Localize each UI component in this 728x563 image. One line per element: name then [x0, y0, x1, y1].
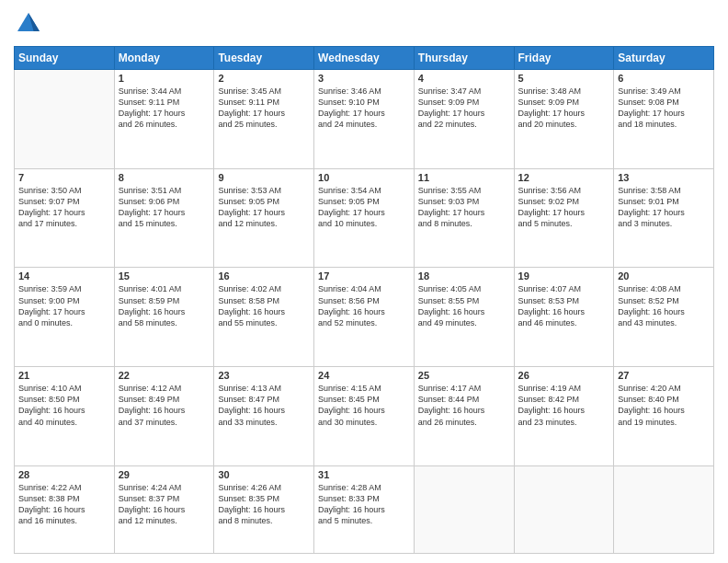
day-info: Sunrise: 4:08 AM Sunset: 8:52 PM Dayligh…	[618, 283, 710, 328]
calendar-cell: 21Sunrise: 4:10 AM Sunset: 8:50 PM Dayli…	[15, 367, 115, 466]
day-number: 15	[119, 270, 210, 282]
calendar-cell: 13Sunrise: 3:58 AM Sunset: 9:01 PM Dayli…	[614, 168, 714, 268]
day-number: 20	[618, 270, 710, 282]
day-number: 17	[318, 270, 410, 282]
day-number: 14	[18, 270, 110, 282]
day-info: Sunrise: 3:55 AM Sunset: 9:03 PM Dayligh…	[418, 185, 510, 230]
day-info: Sunrise: 3:48 AM Sunset: 9:09 PM Dayligh…	[518, 86, 610, 131]
day-info: Sunrise: 4:02 AM Sunset: 8:58 PM Dayligh…	[218, 283, 310, 328]
day-number: 6	[618, 73, 710, 84]
logo-icon	[14, 9, 43, 39]
day-info: Sunrise: 4:22 AM Sunset: 8:38 PM Dayligh…	[18, 482, 110, 527]
day-info: Sunrise: 4:10 AM Sunset: 8:50 PM Dayligh…	[18, 383, 110, 428]
day-info: Sunrise: 4:12 AM Sunset: 8:49 PM Dayligh…	[119, 383, 210, 428]
calendar-week-row: 28Sunrise: 4:22 AM Sunset: 8:38 PM Dayli…	[15, 465, 714, 553]
day-info: Sunrise: 3:56 AM Sunset: 9:02 PM Dayligh…	[518, 185, 610, 230]
day-info: Sunrise: 3:45 AM Sunset: 9:11 PM Dayligh…	[218, 86, 310, 131]
calendar-cell: 12Sunrise: 3:56 AM Sunset: 9:02 PM Dayli…	[514, 168, 614, 268]
calendar-cell: 23Sunrise: 4:13 AM Sunset: 8:47 PM Dayli…	[214, 367, 314, 466]
day-number: 27	[618, 370, 710, 381]
day-number: 29	[119, 469, 210, 480]
calendar-weekday: Friday	[514, 47, 614, 70]
calendar-weekday: Wednesday	[314, 47, 415, 70]
day-number: 12	[518, 172, 610, 183]
day-number: 16	[218, 270, 310, 282]
day-number: 28	[18, 469, 110, 480]
calendar-weekday: Saturday	[614, 47, 714, 70]
calendar-cell: 2Sunrise: 3:45 AM Sunset: 9:11 PM Daylig…	[214, 70, 314, 169]
calendar-cell: 25Sunrise: 4:17 AM Sunset: 8:44 PM Dayli…	[414, 367, 514, 466]
page: SundayMondayTuesdayWednesdayThursdayFrid…	[0, 0, 728, 563]
day-info: Sunrise: 3:58 AM Sunset: 9:01 PM Dayligh…	[618, 185, 710, 230]
day-number: 1	[119, 73, 210, 84]
calendar-cell: 30Sunrise: 4:26 AM Sunset: 8:35 PM Dayli…	[214, 465, 314, 553]
day-info: Sunrise: 4:13 AM Sunset: 8:47 PM Dayligh…	[218, 383, 310, 428]
day-number: 4	[418, 73, 510, 84]
calendar-cell: 1Sunrise: 3:44 AM Sunset: 9:11 PM Daylig…	[114, 70, 214, 169]
day-info: Sunrise: 3:59 AM Sunset: 9:00 PM Dayligh…	[18, 283, 110, 328]
day-number: 13	[618, 172, 710, 183]
calendar-cell: 27Sunrise: 4:20 AM Sunset: 8:40 PM Dayli…	[614, 367, 714, 466]
day-info: Sunrise: 4:01 AM Sunset: 8:59 PM Dayligh…	[119, 283, 210, 328]
day-info: Sunrise: 4:04 AM Sunset: 8:56 PM Dayligh…	[318, 283, 410, 328]
calendar-cell: 5Sunrise: 3:48 AM Sunset: 9:09 PM Daylig…	[514, 70, 614, 169]
day-info: Sunrise: 3:54 AM Sunset: 9:05 PM Dayligh…	[318, 185, 410, 230]
calendar-cell: 31Sunrise: 4:28 AM Sunset: 8:33 PM Dayli…	[314, 465, 415, 553]
day-number: 30	[218, 469, 310, 480]
calendar-cell	[614, 465, 714, 553]
calendar-cell	[15, 70, 115, 169]
calendar-cell: 3Sunrise: 3:46 AM Sunset: 9:10 PM Daylig…	[314, 70, 415, 169]
calendar-cell: 6Sunrise: 3:49 AM Sunset: 9:08 PM Daylig…	[614, 70, 714, 169]
day-number: 25	[418, 370, 510, 381]
day-info: Sunrise: 3:51 AM Sunset: 9:06 PM Dayligh…	[119, 185, 210, 230]
calendar-weekday: Tuesday	[214, 47, 314, 70]
day-number: 5	[518, 73, 610, 84]
day-number: 7	[18, 172, 110, 183]
day-info: Sunrise: 4:17 AM Sunset: 8:44 PM Dayligh…	[418, 383, 510, 428]
calendar-cell: 4Sunrise: 3:47 AM Sunset: 9:09 PM Daylig…	[414, 70, 514, 169]
calendar-week-row: 21Sunrise: 4:10 AM Sunset: 8:50 PM Dayli…	[15, 367, 714, 466]
day-info: Sunrise: 3:49 AM Sunset: 9:08 PM Dayligh…	[618, 86, 710, 131]
day-number: 10	[318, 172, 410, 183]
day-info: Sunrise: 3:53 AM Sunset: 9:05 PM Dayligh…	[218, 185, 310, 230]
calendar-weekday: Monday	[114, 47, 214, 70]
day-number: 31	[318, 469, 410, 480]
calendar-week-row: 1Sunrise: 3:44 AM Sunset: 9:11 PM Daylig…	[15, 70, 714, 169]
day-number: 24	[318, 370, 410, 381]
logo	[14, 9, 47, 39]
calendar-header-row: SundayMondayTuesdayWednesdayThursdayFrid…	[15, 47, 714, 70]
calendar-cell: 19Sunrise: 4:07 AM Sunset: 8:53 PM Dayli…	[514, 268, 614, 367]
calendar-cell: 10Sunrise: 3:54 AM Sunset: 9:05 PM Dayli…	[314, 168, 415, 268]
calendar-weekday: Thursday	[414, 47, 514, 70]
day-number: 26	[518, 370, 610, 381]
calendar-cell: 16Sunrise: 4:02 AM Sunset: 8:58 PM Dayli…	[214, 268, 314, 367]
header	[14, 9, 714, 39]
calendar-cell: 11Sunrise: 3:55 AM Sunset: 9:03 PM Dayli…	[414, 168, 514, 268]
day-info: Sunrise: 4:28 AM Sunset: 8:33 PM Dayligh…	[318, 482, 410, 527]
calendar: SundayMondayTuesdayWednesdayThursdayFrid…	[14, 46, 714, 554]
day-info: Sunrise: 4:24 AM Sunset: 8:37 PM Dayligh…	[119, 482, 210, 527]
calendar-cell: 24Sunrise: 4:15 AM Sunset: 8:45 PM Dayli…	[314, 367, 415, 466]
day-info: Sunrise: 4:19 AM Sunset: 8:42 PM Dayligh…	[518, 383, 610, 428]
day-number: 11	[418, 172, 510, 183]
calendar-cell: 8Sunrise: 3:51 AM Sunset: 9:06 PM Daylig…	[114, 168, 214, 268]
day-info: Sunrise: 3:44 AM Sunset: 9:11 PM Dayligh…	[119, 86, 210, 131]
day-number: 22	[119, 370, 210, 381]
day-number: 2	[218, 73, 310, 84]
day-info: Sunrise: 3:46 AM Sunset: 9:10 PM Dayligh…	[318, 86, 410, 131]
day-info: Sunrise: 3:47 AM Sunset: 9:09 PM Dayligh…	[418, 86, 510, 131]
day-info: Sunrise: 3:50 AM Sunset: 9:07 PM Dayligh…	[18, 185, 110, 230]
calendar-cell: 18Sunrise: 4:05 AM Sunset: 8:55 PM Dayli…	[414, 268, 514, 367]
day-info: Sunrise: 4:05 AM Sunset: 8:55 PM Dayligh…	[418, 283, 510, 328]
day-info: Sunrise: 4:15 AM Sunset: 8:45 PM Dayligh…	[318, 383, 410, 428]
calendar-cell	[514, 465, 614, 553]
day-number: 21	[18, 370, 110, 381]
calendar-cell: 20Sunrise: 4:08 AM Sunset: 8:52 PM Dayli…	[614, 268, 714, 367]
day-number: 3	[318, 73, 410, 84]
calendar-cell: 26Sunrise: 4:19 AM Sunset: 8:42 PM Dayli…	[514, 367, 614, 466]
day-info: Sunrise: 4:07 AM Sunset: 8:53 PM Dayligh…	[518, 283, 610, 328]
calendar-weekday: Sunday	[15, 47, 115, 70]
calendar-cell: 9Sunrise: 3:53 AM Sunset: 9:05 PM Daylig…	[214, 168, 314, 268]
calendar-cell: 22Sunrise: 4:12 AM Sunset: 8:49 PM Dayli…	[114, 367, 214, 466]
day-number: 18	[418, 270, 510, 282]
